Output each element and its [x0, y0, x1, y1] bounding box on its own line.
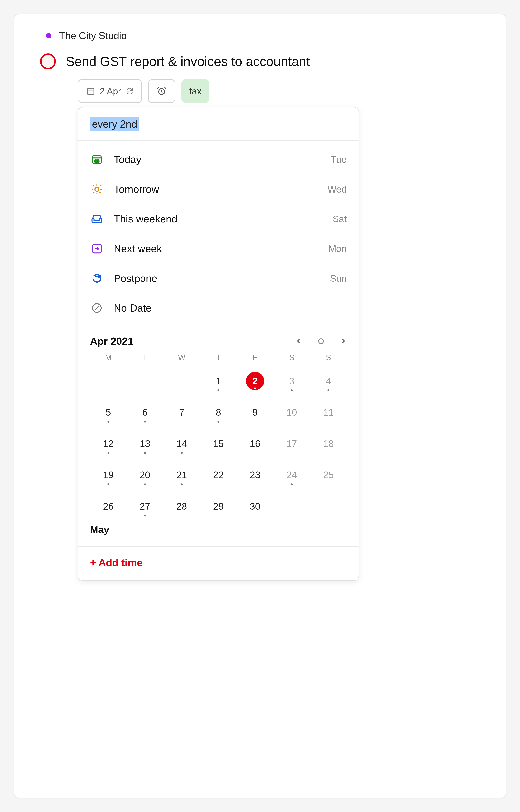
calendar-day[interactable]: 2: [237, 369, 274, 393]
calendar-day[interactable]: 11: [310, 400, 347, 424]
calendar-day[interactable]: 21: [163, 463, 200, 487]
calendar-day-dot: [144, 515, 146, 516]
calendar-day[interactable]: 9: [237, 400, 274, 424]
svg-text:09: 09: [95, 159, 99, 164]
calendar-day-dot: [107, 483, 109, 485]
calendar-day-number: 30: [250, 501, 260, 512]
quick-date-nodate[interactable]: No Date: [90, 293, 347, 323]
quick-date-label: Postpone: [114, 272, 320, 284]
quick-date-day: Sat: [333, 214, 347, 224]
quick-date-nextweek[interactable]: Next weekMon: [90, 234, 347, 264]
calendar-day[interactable]: 18: [310, 432, 347, 455]
calendar-day[interactable]: 10: [274, 400, 310, 424]
postpone-icon: [90, 273, 104, 284]
calendar-day[interactable]: 5: [90, 400, 127, 424]
calendar-day-number: 28: [176, 501, 187, 512]
calendar-day[interactable]: 19: [90, 463, 127, 487]
calendar-day[interactable]: 24: [274, 463, 310, 487]
calendar-day[interactable]: 25: [310, 463, 347, 487]
calendar-day-dot: [217, 389, 219, 391]
calendar-icon: [86, 87, 95, 96]
calendar-day[interactable]: 3: [274, 369, 310, 393]
project-name[interactable]: The City Studio: [59, 30, 127, 42]
add-time-button[interactable]: + Add time: [78, 547, 359, 580]
calendar-day[interactable]: 1: [200, 369, 237, 393]
calendar-day-number: 4: [326, 376, 331, 386]
calendar-day[interactable]: 28: [163, 494, 200, 518]
calendar-next-month[interactable]: May: [78, 520, 359, 546]
calendar-day[interactable]: 17: [274, 432, 310, 455]
calendar-weekday: T: [200, 353, 237, 362]
quick-date-day: Tue: [331, 154, 347, 165]
calendar-day[interactable]: 30: [237, 494, 274, 518]
calendar-day[interactable]: 29: [200, 494, 237, 518]
calendar-day-number: 25: [323, 469, 334, 480]
calendar-day-number: 9: [253, 407, 258, 418]
calendar-next-month-label: May: [90, 524, 347, 536]
quick-date-sun[interactable]: TomorrowWed: [90, 174, 347, 204]
task-title[interactable]: Send GST report & invoices to accountant: [66, 54, 310, 69]
calendar-weekday: S: [310, 353, 347, 362]
calendar-day[interactable]: 22: [200, 463, 237, 487]
project-color-dot: [46, 33, 51, 38]
calendar-day-number: 6: [142, 407, 148, 418]
calendar-day[interactable]: 20: [127, 463, 163, 487]
calendar-weekday: F: [237, 353, 274, 362]
calendar-day[interactable]: 23: [237, 463, 274, 487]
calendar-day-number: 19: [103, 469, 113, 480]
calendar-day-dot: [254, 387, 256, 389]
quick-date-today[interactable]: 09TodayTue: [90, 144, 347, 174]
calendar-day[interactable]: 7: [163, 400, 200, 424]
quick-date-label: Next week: [114, 243, 318, 254]
calendar-day-dot: [291, 389, 293, 391]
quick-date-day: Wed: [328, 184, 347, 195]
calendar-day-number: 3: [289, 376, 294, 386]
due-date-chip[interactable]: 2 Apr: [78, 79, 142, 103]
quick-date-sofa[interactable]: This weekendSat: [90, 204, 347, 234]
quick-date-label: Today: [114, 154, 321, 165]
tag-chip[interactable]: tax: [181, 79, 209, 103]
project-row: The City Studio: [26, 30, 494, 42]
quick-date-label: This weekend: [114, 213, 322, 225]
divider: [90, 540, 347, 540]
quick-date-label: No Date: [114, 302, 337, 314]
calendar-day-dot: [144, 483, 146, 485]
calendar-today-icon: 09: [90, 154, 104, 165]
alarm-icon: [157, 86, 167, 96]
calendar-today-icon[interactable]: [318, 339, 324, 344]
date-input[interactable]: every 2nd: [90, 117, 139, 131]
calendar-day[interactable]: 12: [90, 432, 127, 455]
task-card: The City Studio Send GST report & invoic…: [14, 14, 506, 798]
calendar-day[interactable]: 14: [163, 432, 200, 455]
calendar-day[interactable]: 8: [200, 400, 237, 424]
calendar-next-icon[interactable]: [340, 336, 347, 347]
no-date-icon: [90, 302, 104, 314]
calendar-day-number: 13: [140, 438, 150, 449]
calendar-day-number: 27: [140, 501, 150, 512]
calendar-day[interactable]: 27: [127, 494, 163, 518]
quick-date-label: Tomorrow: [114, 183, 317, 195]
calendar-month-title: Apr 2021: [90, 335, 295, 347]
calendar-day[interactable]: 4: [310, 369, 347, 393]
calendar-day-number: 21: [176, 469, 187, 480]
calendar-day-number: 10: [287, 407, 297, 418]
calendar-day[interactable]: 6: [127, 400, 163, 424]
calendar-day[interactable]: 15: [200, 432, 237, 455]
calendar-grid: 1234567891011121314151617181920212223242…: [78, 367, 359, 520]
quick-date-postpone[interactable]: PostponeSun: [90, 264, 347, 293]
reminder-chip[interactable]: [148, 79, 175, 103]
quick-date-day: Sun: [330, 273, 347, 284]
calendar-weekday: M: [90, 353, 127, 362]
task-checkbox[interactable]: [40, 53, 56, 69]
calendar-weekday: T: [127, 353, 163, 362]
calendar-prev-icon[interactable]: [295, 336, 303, 347]
calendar-day[interactable]: 26: [90, 494, 127, 518]
calendar-day[interactable]: 13: [127, 432, 163, 455]
calendar-day: [127, 369, 163, 393]
svg-point-4: [95, 187, 99, 191]
calendar-day-number: 29: [213, 501, 224, 512]
calendar-day-number: 20: [140, 469, 150, 480]
calendar-day-dot: [144, 452, 146, 454]
calendar-day[interactable]: 16: [237, 432, 274, 455]
sofa-icon: [90, 214, 104, 224]
